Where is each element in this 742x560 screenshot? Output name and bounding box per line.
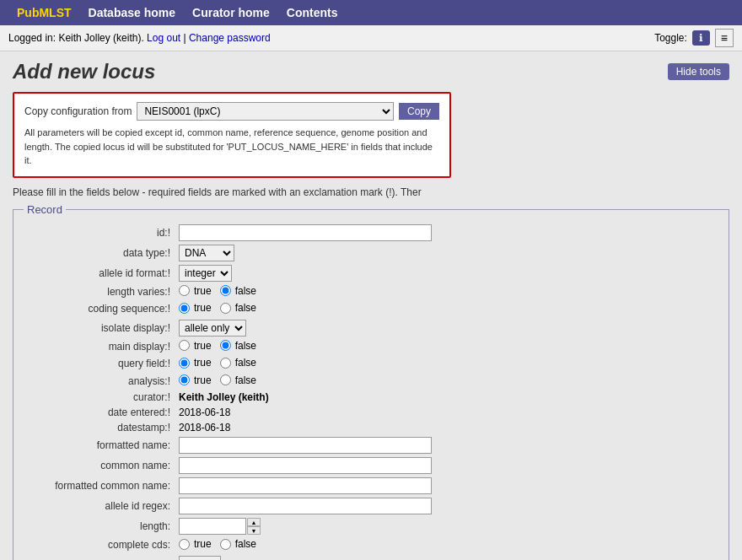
- allele-id-regex-input-cell: [175, 496, 718, 516]
- id-input[interactable]: [179, 224, 432, 241]
- required-note: Please fill in the fields below - requir…: [13, 186, 729, 198]
- orf-select[interactable]: 1 2 3: [179, 556, 221, 561]
- field-orf: orf: 1 2 3: [24, 554, 718, 561]
- main-display-true-option[interactable]: true: [179, 340, 212, 352]
- main-content: Add new locus Hide tools Copy configurat…: [0, 51, 742, 560]
- analysis-false-option[interactable]: false: [220, 374, 256, 386]
- date-entered-value: 2018-06-18: [179, 407, 230, 418]
- change-password-link[interactable]: Change password: [189, 32, 271, 44]
- main-display-false-radio[interactable]: [220, 340, 231, 351]
- date-entered-value-cell: 2018-06-18: [175, 405, 718, 420]
- toggle-info-button[interactable]: ℹ: [692, 30, 710, 46]
- record-legend: Record: [24, 203, 66, 216]
- formatted-common-name-input-cell: [175, 476, 718, 496]
- length-increment-button[interactable]: ▲: [247, 518, 261, 526]
- main-display-radio-group: true false: [179, 340, 256, 352]
- length-number-row: ▲ ▼: [179, 518, 261, 535]
- coding-sequence-input-cell: true false: [175, 300, 718, 318]
- datestamp-value: 2018-06-18: [179, 422, 230, 433]
- allele-id-regex-input[interactable]: [179, 498, 432, 514]
- formatted-name-label: formatted name:: [24, 435, 175, 455]
- allele-id-format-input-cell: integer text: [175, 263, 718, 283]
- length-input-cell: ▲ ▼: [175, 516, 718, 536]
- logout-link[interactable]: Log out: [147, 32, 180, 44]
- field-allele-id-regex: allele id regex:: [24, 496, 718, 516]
- complete-cds-true-radio[interactable]: [179, 539, 190, 550]
- common-name-input[interactable]: [179, 457, 432, 474]
- field-coding-sequence: coding sequence:! true false: [24, 300, 718, 318]
- length-varies-false-radio[interactable]: [220, 285, 231, 296]
- analysis-radio-group: true false: [179, 374, 256, 386]
- main-display-false-option[interactable]: false: [220, 340, 256, 352]
- common-name-input-cell: [175, 455, 718, 476]
- isolate-display-select[interactable]: allele only sequence both: [179, 320, 246, 337]
- field-date-entered: date entered:! 2018-06-18: [24, 405, 718, 420]
- coding-sequence-false-label: false: [235, 302, 256, 314]
- length-varies-false-option[interactable]: false: [220, 285, 256, 297]
- formatted-common-name-input[interactable]: [179, 477, 432, 494]
- query-field-input-cell: true false: [175, 355, 718, 373]
- isolate-display-label: isolate display:!: [24, 318, 175, 338]
- curator-value-cell: Keith Jolley (keith): [175, 390, 718, 405]
- formatted-common-name-label: formatted common name:: [24, 476, 175, 496]
- complete-cds-false-option[interactable]: false: [220, 538, 256, 550]
- field-analysis: analysis:! true false: [24, 373, 718, 390]
- analysis-false-radio[interactable]: [220, 374, 231, 385]
- data-type-label: data type:!: [24, 243, 175, 263]
- query-field-true-label: true: [194, 357, 212, 369]
- query-field-true-option[interactable]: true: [179, 357, 212, 369]
- field-formatted-name: formatted name:: [24, 435, 718, 455]
- data-type-select[interactable]: DNA peptide: [179, 245, 234, 261]
- coding-sequence-false-radio[interactable]: [220, 303, 231, 314]
- field-id: id:!: [24, 223, 718, 243]
- toggle-label: Toggle:: [654, 32, 687, 44]
- query-field-true-radio[interactable]: [179, 358, 190, 369]
- allele-id-format-select[interactable]: integer text: [179, 265, 232, 282]
- formatted-name-input[interactable]: [179, 437, 432, 454]
- id-input-cell: [175, 223, 718, 243]
- field-query-field: query field:! true false: [24, 355, 718, 373]
- nav-contents[interactable]: Contents: [278, 2, 347, 24]
- length-varies-radio-group: true false: [179, 285, 256, 297]
- field-allele-id-format: allele id format:! integer text: [24, 263, 718, 283]
- length-input[interactable]: [179, 518, 246, 535]
- field-data-type: data type:! DNA peptide: [24, 243, 718, 263]
- complete-cds-false-label: false: [235, 538, 256, 550]
- coding-sequence-label: coding sequence:!: [24, 300, 175, 318]
- page-title-row: Add new locus Hide tools: [13, 60, 729, 83]
- datestamp-label: datestamp:!: [24, 420, 175, 435]
- copy-button[interactable]: Copy: [399, 103, 439, 120]
- length-varies-true-radio[interactable]: [179, 285, 190, 296]
- complete-cds-true-option[interactable]: true: [179, 538, 212, 550]
- field-datestamp: datestamp:! 2018-06-18: [24, 420, 718, 435]
- length-varies-true-option[interactable]: true: [179, 285, 212, 297]
- complete-cds-false-radio[interactable]: [220, 539, 231, 550]
- copy-config-select[interactable]: NEIS0001 (lpxC): [137, 102, 394, 121]
- main-display-true-radio[interactable]: [179, 340, 190, 351]
- query-field-false-radio[interactable]: [220, 358, 231, 369]
- top-nav: PubMLST Database home Curator home Conte…: [0, 0, 742, 25]
- analysis-input-cell: true false: [175, 373, 718, 390]
- analysis-true-label: true: [194, 374, 212, 386]
- analysis-true-radio[interactable]: [179, 374, 190, 385]
- datestamp-value-cell: 2018-06-18: [175, 420, 718, 435]
- hamburger-button[interactable]: ≡: [715, 29, 734, 47]
- coding-sequence-true-option[interactable]: true: [179, 302, 212, 314]
- common-name-label: common name:: [24, 455, 175, 476]
- allele-id-format-label: allele id format:!: [24, 263, 175, 283]
- nav-database-home[interactable]: Database home: [80, 2, 184, 24]
- nav-curator-home[interactable]: Curator home: [184, 2, 278, 24]
- main-display-label: main display:!: [24, 338, 175, 356]
- login-bar: Logged in: Keith Jolley (keith). Log out…: [0, 25, 742, 51]
- record-fieldset: Record id:! data type:! DNA peptide: [13, 203, 729, 561]
- hide-tools-button[interactable]: Hide tools: [668, 63, 729, 80]
- query-field-false-option[interactable]: false: [220, 357, 256, 369]
- date-entered-label: date entered:!: [24, 405, 175, 420]
- length-decrement-button[interactable]: ▼: [247, 526, 261, 535]
- orf-label: orf:: [24, 554, 175, 561]
- analysis-true-option[interactable]: true: [179, 374, 212, 386]
- length-label: length:: [24, 516, 175, 536]
- coding-sequence-false-option[interactable]: false: [220, 302, 256, 314]
- coding-sequence-true-radio[interactable]: [179, 303, 190, 314]
- form-table: id:! data type:! DNA peptide: [24, 223, 718, 561]
